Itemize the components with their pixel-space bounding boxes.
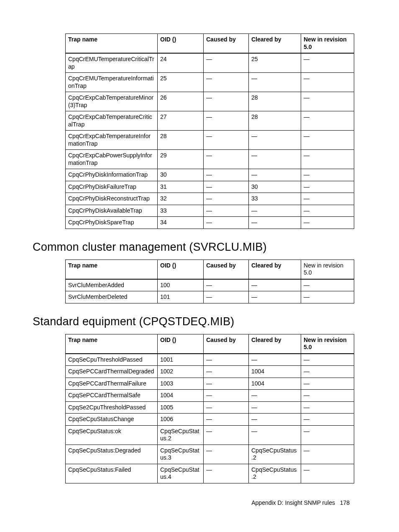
table-cell: CpqSePCCardThermalSafe: [66, 390, 158, 402]
table-cell: —: [301, 150, 354, 169]
table-cell: —: [249, 291, 301, 303]
table-row: CpqCrPhyDiskSpareTrap34———: [66, 217, 354, 229]
table-cell: —: [301, 464, 354, 483]
table-cell: SvrCluMemberDeleted: [66, 291, 158, 303]
table-cell: CpqCrEMUTemperatureCriticalTrap: [66, 53, 158, 73]
table-header-cell: Caused by: [204, 260, 249, 279]
table-cell: CpqCrEMUTemperatureInformationTrap: [66, 73, 158, 92]
table-cell: —: [249, 73, 301, 92]
table-header-cell: Trap name: [66, 334, 158, 354]
table-cell: CpqSeCpuStatus:Failed: [66, 464, 158, 483]
table-cell: CpqCrPhyDiskAvailableTrap: [66, 205, 158, 217]
table-cell: 28: [249, 92, 301, 111]
table-cell: CpqSeCpuStatus:Degraded: [66, 445, 158, 464]
table-cell: —: [301, 92, 354, 111]
table-row: CpqSeCpuStatus:DegradedCpqSeCpuStatus.3—…: [66, 445, 354, 464]
table-cell: —: [301, 390, 354, 402]
table-cell: 28: [158, 131, 204, 150]
table-cell: 24: [158, 53, 204, 73]
table-cell: 25: [249, 53, 301, 73]
table-cell: 31: [158, 181, 204, 193]
mib-table: Trap nameOID ()Caused byCleared byNew in…: [65, 260, 354, 303]
table-cell: —: [204, 425, 249, 445]
table-cell: —: [249, 169, 301, 181]
table-cell: CpqSeCpuStatus.2: [249, 445, 301, 464]
table-cell: 1003: [158, 378, 204, 390]
table-row: CpqSePCCardThermalSafe1004———: [66, 390, 354, 402]
footer-page-number: 178: [340, 499, 350, 506]
table-cell: —: [204, 445, 249, 464]
section-heading: Standard equipment (CPQSTDEQ.MIB): [33, 315, 366, 328]
table-cell: SvrCluMemberAdded: [66, 279, 158, 291]
table-cell: —: [204, 390, 249, 402]
table-cell: —: [204, 53, 249, 73]
table-row: CpqSePCCardThermalFailure1003—1004—: [66, 378, 354, 390]
table-header-cell: Caused by: [204, 334, 249, 354]
table-row: CpqCrExpCabTemperatureMinor(3)Trap26—28—: [66, 92, 354, 111]
table-cell: 27: [158, 111, 204, 131]
table-cell: —: [301, 414, 354, 426]
table-header-cell: OID (): [158, 260, 204, 279]
table-cell: CpqCrExpCabTemperatureCriticalTrap: [66, 111, 158, 131]
table-cell: CpqSeCpuStatusChange: [66, 414, 158, 426]
table-cell: CpqSeCpuStatus.3: [158, 445, 204, 464]
table-cell: —: [204, 111, 249, 131]
table-cell: —: [204, 401, 249, 414]
table-cell: —: [204, 291, 249, 303]
table-cell: —: [301, 425, 354, 445]
table-row: CpqSeCpuStatus:okCpqSeCpuStatus.2———: [66, 425, 354, 445]
table-header-cell: OID (): [158, 34, 204, 54]
table-cell: —: [301, 205, 354, 217]
table-cell: 1004: [249, 366, 301, 378]
table-header-cell: Trap name: [66, 260, 158, 279]
table-cell: 1006: [158, 414, 204, 426]
table-header-cell: Caused by: [204, 34, 249, 54]
table-row: CpqSeCpuThresholdPassed1001———: [66, 354, 354, 366]
table-cell: —: [301, 445, 354, 464]
table-row: CpqCrExpCabPowerSupplyInformationTrap29—…: [66, 150, 354, 169]
table-cell: —: [204, 354, 249, 366]
table-cell: CpqSeCpuThresholdPassed: [66, 354, 158, 366]
table-row: CpqSeCpuStatusChange1006———: [66, 414, 354, 426]
table-cell: 28: [249, 111, 301, 131]
table-cell: —: [301, 169, 354, 181]
table-cell: 100: [158, 279, 204, 291]
table-cell: —: [301, 279, 354, 291]
table-row: CpqSePCCardThermalDegraded1002—1004—: [66, 366, 354, 378]
table-cell: 29: [158, 150, 204, 169]
table-cell: —: [204, 193, 249, 205]
table-cell: 1002: [158, 366, 204, 378]
table-cell: —: [204, 150, 249, 169]
table-cell: 26: [158, 92, 204, 111]
table-row: CpqCrPhyDiskAvailableTrap33———: [66, 205, 354, 217]
table-cell: 33: [249, 193, 301, 205]
table-cell: —: [204, 169, 249, 181]
table-header-cell: New in revision 5.0: [301, 334, 354, 354]
table-cell: 32: [158, 193, 204, 205]
table-cell: 30: [249, 181, 301, 193]
table-cell: —: [301, 111, 354, 131]
table-cell: —: [249, 217, 301, 229]
table-row: CpqCrExpCabTemperatureInformationTrap28—…: [66, 131, 354, 150]
table-cell: CpqSe2CpuThresholdPassed: [66, 401, 158, 414]
table-cell: 1005: [158, 401, 204, 414]
table-cell: —: [204, 181, 249, 193]
table-cell: CpqCrPhyDiskInformationTrap: [66, 169, 158, 181]
table-cell: 1004: [158, 390, 204, 402]
table-cell: —: [204, 414, 249, 426]
table-cell: CpqSeCpuStatus:ok: [66, 425, 158, 445]
table-cell: —: [249, 150, 301, 169]
table-header-cell: OID (): [158, 334, 204, 354]
table-cell: —: [301, 131, 354, 150]
table-cell: CpqSePCCardThermalDegraded: [66, 366, 158, 378]
table-row: SvrCluMemberDeleted101———: [66, 291, 354, 303]
table-row: CpqSe2CpuThresholdPassed1005———: [66, 401, 354, 414]
table-cell: —: [204, 73, 249, 92]
mib-table: Trap nameOID ()Caused byCleared byNew in…: [65, 33, 354, 229]
table-cell: 33: [158, 205, 204, 217]
table-cell: —: [204, 131, 249, 150]
table-header-cell: New in revision 5.0: [301, 34, 354, 54]
table-cell: CpqSePCCardThermalFailure: [66, 378, 158, 390]
table-row: CpqCrPhyDiskReconstructTrap32—33—: [66, 193, 354, 205]
table-header-row: Trap nameOID ()Caused byCleared byNew in…: [66, 34, 354, 54]
